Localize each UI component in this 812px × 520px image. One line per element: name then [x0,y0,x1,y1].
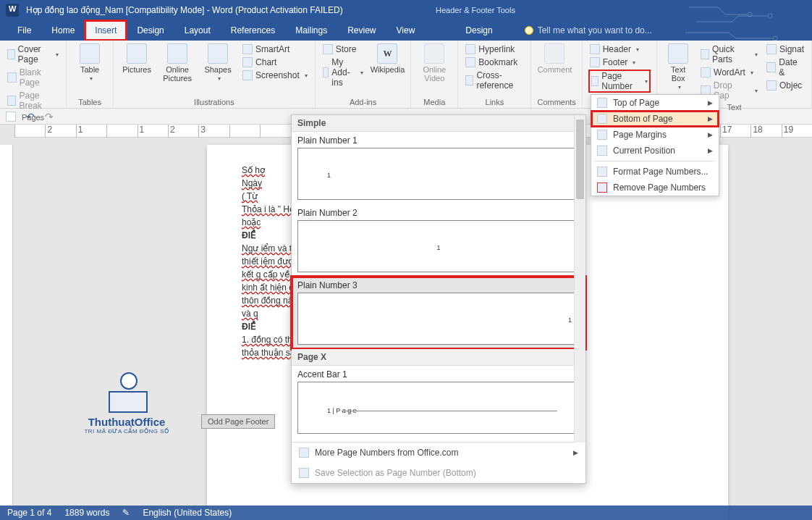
blank-page-button[interactable]: Blank Page [6,67,60,88]
page-break-button[interactable]: Page Break [6,90,60,112]
smartart-button[interactable]: SmartArt [241,43,309,55]
wordart-icon [701,67,711,77]
menu-current-position[interactable]: Current Position▶ [591,143,719,159]
gallery-item-label: Plain Number 2 [292,204,585,220]
screenshot-button[interactable]: Screenshot [241,70,309,81]
status-bar: Page 1 of 4 1889 words ✎ English (United… [0,506,812,520]
remove-icon [597,183,607,193]
tab-view[interactable]: View [386,20,426,41]
header-icon [590,44,600,54]
status-spell-icon[interactable]: ✎ [122,508,130,518]
object-button[interactable]: Objec [765,80,805,91]
gallery-item-plain-2[interactable]: 1 [297,220,580,272]
bulb-icon [525,26,533,35]
cover-page-button[interactable]: Cover Page [6,43,60,65]
ruler-vertical[interactable] [0,145,13,506]
addins-icon [323,67,329,77]
pictures-icon [127,43,147,64]
screenshot-icon [242,70,253,80]
cross-reference-button[interactable]: Cross-reference [464,70,525,91]
datetime-icon [766,62,776,72]
gallery-item-plain-3-highlighted[interactable]: Plain Number 3 1 [292,277,585,349]
header-button[interactable]: Header [588,43,651,55]
wikipedia-button[interactable]: WWikipedia [371,43,405,74]
menu-top-of-page[interactable]: Top of Page▶ [591,95,719,111]
group-tables: Table Tables [67,41,114,108]
office-icon [299,448,309,458]
shapes-icon [208,43,228,64]
more-page-numbers[interactable]: More Page Numbers from Office.com▶ [292,443,585,463]
tab-insert[interactable]: Insert [85,20,127,41]
online-video-button[interactable]: Online Video [417,43,452,83]
gallery-item-accent-1[interactable]: 1 | P a g e [297,382,580,434]
date-time-button[interactable]: Date & [765,56,805,78]
bookmark-button[interactable]: Bookmark [464,56,525,68]
gallery-section-simple: Simple [292,115,585,132]
page-number-button[interactable]: Page Number [588,70,651,93]
logo-name: ThuthuatOffice [72,416,181,428]
status-page[interactable]: Page 1 of 4 [7,508,51,518]
gallery-footer: More Page Numbers from Office.com▶ Save … [292,442,585,483]
object-icon [766,80,777,91]
store-button[interactable]: Store [321,43,365,55]
save-selection: Save Selection as Page Number (Bottom) [292,463,585,483]
signature-icon [766,44,777,54]
tab-design[interactable]: Design [127,20,174,41]
table-icon [80,43,100,64]
quick-parts-button[interactable]: Quick Parts [699,43,759,65]
odd-page-footer-tag[interactable]: Odd Page Footer [201,414,275,429]
tab-references[interactable]: References [221,20,285,41]
group-links: Hyperlink Bookmark Cross-reference Links [458,41,531,108]
my-addins-button[interactable]: My Add-ins [321,56,365,88]
page-number-icon [591,76,599,86]
logo-tagline: TRI MÃ ĐƯA CẨM ĐỒNG SỐ [72,428,181,435]
tab-header-footer-design[interactable]: Design [455,20,502,41]
page-number-menu: Top of Page▶ Bottom of Page▶ Page Margin… [591,94,719,196]
save-selection-icon [299,468,309,478]
group-illustrations: Pictures Online Pictures Shapes SmartArt… [114,41,316,108]
signature-button[interactable]: Signat [765,43,805,55]
gallery-item-label: Accent Bar 1 [292,366,585,382]
wordart-button[interactable]: WordArt [699,67,759,78]
smartart-icon [242,44,253,54]
document-title: Hợp đồng lao động_Nam [Compatibility Mod… [26,5,343,15]
textbox-icon [668,43,688,64]
pictures-button[interactable]: Pictures [119,43,154,74]
menu-remove-page-numbers[interactable]: Remove Page Numbers [591,180,719,196]
group-pages: Cover Page Blank Page Page Break Pages [0,41,67,108]
table-button[interactable]: Table [72,43,107,82]
tab-home[interactable]: Home [41,20,85,41]
word-icon [6,4,19,17]
wikipedia-icon: W [377,43,397,64]
shapes-button[interactable]: Shapes [200,43,235,82]
menu-bottom-of-page[interactable]: Bottom of Page▶ [591,111,719,127]
scrollbar-thumb[interactable] [576,119,584,199]
tab-file[interactable]: File [7,20,41,41]
comment-button[interactable]: Comment [537,43,572,74]
chart-button[interactable]: Chart [241,56,309,68]
footer-icon [590,57,600,67]
comment-icon [544,43,564,64]
text-box-button[interactable]: Text Box [663,43,693,91]
tab-mailings[interactable]: Mailings [285,20,337,41]
quickparts-icon [701,49,709,59]
status-language[interactable]: English (United States) [143,508,232,518]
footer-button[interactable]: Footer [588,56,651,68]
status-words[interactable]: 1889 words [64,508,109,518]
cover-page-icon [7,49,15,59]
tab-review[interactable]: Review [337,20,386,41]
page-break-icon [7,96,16,106]
page-number-gallery: Simple Plain Number 1 1 Plain Number 2 1… [291,114,586,484]
gallery-item-plain-1[interactable]: 1 [297,148,580,200]
hyperlink-button[interactable]: Hyperlink [464,43,525,55]
online-pictures-button[interactable]: Online Pictures [160,43,195,83]
gallery-scrollbar[interactable] [574,115,585,443]
crossref-icon [465,75,473,85]
bookmark-icon [465,57,475,67]
menu-page-margins[interactable]: Page Margins▶ [591,127,719,143]
tab-layout[interactable]: Layout [174,20,221,41]
contextual-tab-label: Header & Footer Tools [428,0,523,20]
tell-me-search[interactable]: Tell me what you want to do... [525,20,652,41]
group-comments: Comment Comments [531,41,582,108]
menu-format-page-numbers[interactable]: Format Page Numbers... [591,164,719,180]
